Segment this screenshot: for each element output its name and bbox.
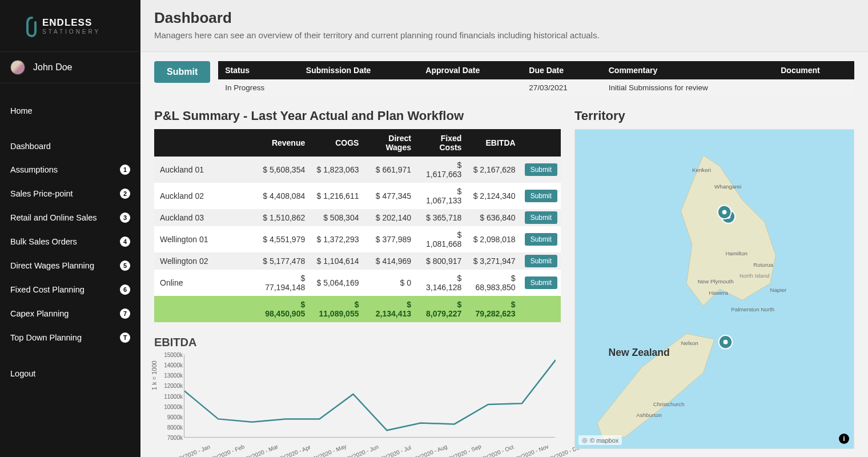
page-header: Dashboard Managers here can see an overv…	[140, 0, 868, 52]
pl-title: P&L Summary - Last Year Actual and Plan …	[154, 109, 561, 123]
ebitda-chart: 1 k = 1000 7000k8000k9000k10000k11000k12…	[154, 350, 561, 457]
nav-item-bulk-sales-orders[interactable]: Bulk Sales Orders4	[0, 230, 140, 254]
pl-cell: Auckland 03	[154, 209, 257, 226]
y-axis-label: 1 k = 1000	[151, 360, 158, 390]
pl-cell: $ 2,124,340	[467, 183, 521, 209]
pl-cell: $ 2,098,018	[467, 226, 521, 252]
row-submit-button[interactable]: Submit	[525, 211, 557, 224]
svg-text:Nelson: Nelson	[681, 340, 698, 346]
territory-map[interactable]: New Zealand Kerikeri Whangarei Hamilton …	[574, 129, 854, 449]
pl-total-cell: $ 2,134,413	[364, 296, 417, 322]
map-info-button[interactable]: i	[839, 434, 849, 444]
nav-item-assumptions[interactable]: Assumptions1	[0, 158, 140, 182]
pl-cell: $ 1,617,663	[417, 157, 467, 183]
th-approval-date: Approval Date	[419, 61, 522, 79]
page-subtitle: Managers here can see an overview of the…	[154, 30, 854, 40]
status-data-row: In Progress 27/03/2021 Initial Submissio…	[218, 79, 854, 96]
pl-cell: $ 5,608,354	[257, 157, 311, 183]
row-submit-button[interactable]: Submit	[525, 190, 557, 202]
main: Dashboard Managers here can see an overv…	[140, 0, 868, 457]
brand-name-top: ENDLESS	[42, 17, 92, 28]
row-submit-button[interactable]: Submit	[525, 163, 557, 176]
x-tick: FY2020 - Oct	[481, 444, 515, 457]
svg-text:Christchurch: Christchurch	[653, 401, 685, 407]
user-row[interactable]: John Doe	[0, 51, 140, 83]
nav-item-fixed-cost-planning[interactable]: Fixed Cost Planning6	[0, 278, 140, 302]
territory-title: Territory	[574, 109, 854, 123]
row-submit-button[interactable]: Submit	[525, 255, 557, 267]
pl-cell: Auckland 01	[154, 157, 257, 183]
status-table: Status Submission Date Approval Date Due…	[218, 61, 854, 96]
pl-row: Auckland 03$ 1,510,862$ 508,304$ 202,140…	[154, 209, 561, 226]
submit-button[interactable]: Submit	[154, 61, 210, 83]
pl-cell: Online	[154, 270, 257, 296]
th-document: Document	[774, 61, 854, 79]
nav-item-label: Sales Price-point	[10, 189, 73, 198]
y-tick: 14000k	[159, 362, 183, 368]
nav-item-label: Top Down Planning	[10, 333, 82, 342]
pl-cell: $ 1,067,133	[417, 183, 467, 209]
page-title: Dashboard	[154, 9, 854, 27]
nav-item-label: Bulk Sales Orders	[10, 237, 77, 246]
nav-item-sales-price-point[interactable]: Sales Price-point2	[0, 182, 140, 206]
nav-badge: 3	[120, 213, 130, 223]
nav-item-direct-wages-planning[interactable]: Direct Wages Planning5	[0, 254, 140, 278]
brand-name-bottom: STATIONERY	[42, 29, 101, 35]
nav-item-top-down-planning[interactable]: Top Down PlanningT	[0, 326, 140, 350]
pl-cell: $ 2,167,628	[467, 157, 521, 183]
pl-row: Auckland 02$ 4,408,084$ 1,216,611$ 477,3…	[154, 183, 561, 209]
pl-cell: $ 5,064,169	[311, 270, 364, 296]
nav-item-label: Capex Planning	[10, 309, 69, 318]
x-tick: FY2020 - Jul	[379, 444, 412, 457]
row-submit-button[interactable]: Submit	[525, 233, 557, 246]
pl-cell: $ 636,840	[467, 209, 521, 226]
row-submit-button[interactable]: Submit	[525, 276, 557, 289]
pl-cell: $ 5,177,478	[257, 252, 311, 270]
nav-badge: 4	[120, 236, 130, 247]
y-tick: 8000k	[159, 424, 183, 431]
th-status: Status	[218, 61, 299, 79]
svg-point-17	[724, 340, 728, 344]
nav-badge: 5	[120, 260, 130, 271]
pl-cell: $ 1,372,293	[311, 226, 364, 252]
nav-item-retail-and-online-sales[interactable]: Retail and Online Sales3	[0, 206, 140, 230]
pl-cell: $ 1,081,668	[417, 226, 467, 252]
th-submission-date: Submission Date	[299, 61, 419, 79]
nav-item-capex-planning[interactable]: Capex Planning7	[0, 302, 140, 326]
nav-item-label: Fixed Cost Planning	[10, 285, 85, 294]
map-attribution: ◎ © mapbox	[578, 435, 622, 445]
user-name: John Doe	[33, 62, 73, 73]
nav-item-dashboard[interactable]: Dashboard	[0, 135, 140, 158]
svg-text:Hawera: Hawera	[709, 290, 728, 296]
pl-row: Wellington 01$ 4,551,979$ 1,372,293$ 377…	[154, 226, 561, 252]
pl-total-cell: $ 98,450,905	[257, 296, 311, 322]
th-commentary: Commentary	[602, 61, 774, 79]
nav: Home DashboardAssumptions1Sales Price-po…	[0, 99, 140, 385]
x-tick: FY2020 - Apr	[278, 444, 312, 457]
pl-cell: $ 377,989	[364, 226, 417, 252]
x-tick: FY2020 - Aug	[413, 443, 448, 457]
nav-item-label: Retail and Online Sales	[10, 213, 97, 222]
pl-cell: $ 4,408,084	[257, 183, 311, 209]
submission-row: Submit Status Submission Date Approval D…	[154, 61, 854, 96]
y-tick: 15000k	[159, 352, 183, 358]
svg-text:Hamilton: Hamilton	[726, 250, 748, 256]
nav-logout[interactable]: Logout	[0, 362, 140, 385]
pl-total-cell: $ 79,282,623	[467, 296, 521, 322]
chart-plot-area	[184, 355, 555, 438]
x-tick: FY2020 - Sep	[447, 443, 482, 457]
pl-cell: $ 414,969	[364, 252, 417, 270]
svg-text:Palmerston North: Palmerston North	[731, 306, 774, 312]
svg-text:Kerikeri: Kerikeri	[692, 167, 711, 173]
mapbox-icon: ◎	[582, 436, 588, 444]
nav-home[interactable]: Home	[0, 99, 140, 122]
y-tick: 7000k	[159, 435, 183, 441]
pl-cell: $ 77,194,148	[257, 270, 311, 296]
pl-total-row: $ 98,450,905$ 11,089,055$ 2,134,413$ 8,0…	[154, 296, 561, 322]
y-tick: 12000k	[159, 383, 183, 389]
pl-cell: Wellington 01	[154, 226, 257, 252]
map-pin-wellington[interactable]	[719, 335, 732, 348]
map-pin-auckland-2[interactable]	[718, 206, 731, 219]
svg-text:Napier: Napier	[770, 287, 787, 293]
x-tick: FY2020 - Jun	[345, 443, 380, 457]
